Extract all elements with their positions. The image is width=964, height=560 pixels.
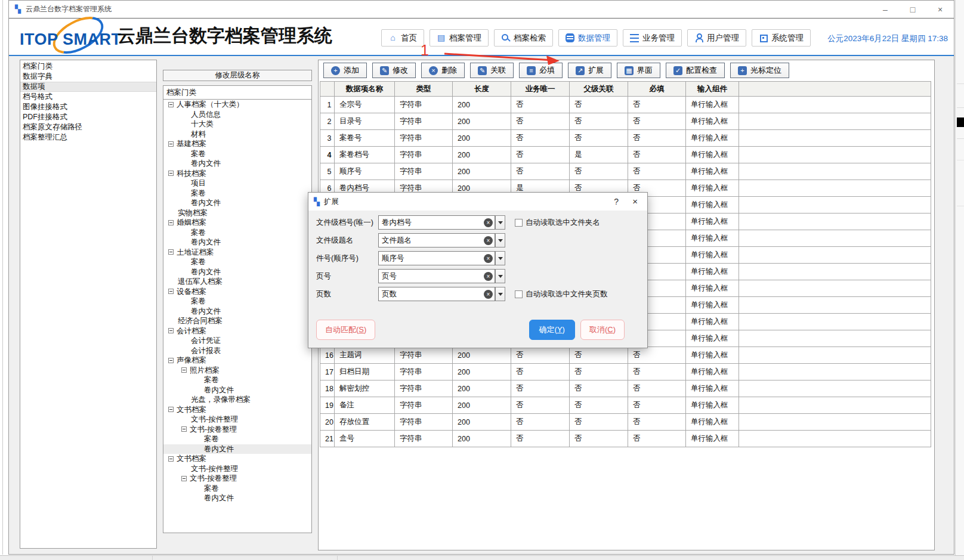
chevron-down-icon[interactable] [495,215,505,230]
field-combo-文件级档号(唯一)[interactable]: 卷内档号× [378,215,495,230]
tree-node-文书-按件整理[interactable]: 文书-按件整理 [163,414,311,425]
tree-node-基建档案[interactable]: 基建档案 [163,139,311,149]
minimize-button[interactable]: – [872,1,899,18]
tree-node-卷内文件[interactable]: 卷内文件 [163,198,311,208]
table-row[interactable]: 18解密划控字符串200否否否单行输入框 [320,380,931,397]
checkbox-option[interactable]: 自动读取选中文件夹名 [515,218,600,228]
tree-node-科技档案[interactable]: 科技档案 [163,169,311,179]
tree-node-案卷[interactable]: 案卷 [163,228,311,238]
tree-node-照片档案[interactable]: 照片档案 [163,366,311,376]
nav-item-档案管理[interactable]: 档案管理 [430,29,489,47]
table-row[interactable]: 4案卷档号字符串200否是否单行输入框 [320,147,931,163]
tree-node-案卷[interactable]: 案卷 [163,188,311,199]
sidebar-item-数据项[interactable]: 数据项 [20,82,156,92]
tree-node-经济合同档案[interactable]: 经济合同档案 [163,316,311,326]
sidebar-item-档案原文存储路径[interactable]: 档案原文存储路径 [20,122,156,132]
dialog-help-button[interactable]: ? [614,197,619,206]
tree-node-文书-按件整理[interactable]: 文书-按件整理 [163,464,311,474]
clear-icon[interactable]: × [484,254,493,263]
tree-expand-icon[interactable] [168,328,174,333]
toolbar-delete-button[interactable]: ×删除 [421,63,465,78]
table-row[interactable]: 21盒号字符串200否否否单行输入框 [320,431,931,447]
clear-icon[interactable]: × [484,236,493,245]
tree-node-卷内文件[interactable]: 卷内文件 [163,237,311,247]
tree-expand-icon[interactable] [181,367,187,373]
cancel-button[interactable]: 取消(C) [580,320,625,340]
tree-node-案卷[interactable]: 案卷 [163,375,311,385]
sidebar-item-档案整理汇总[interactable]: 档案整理汇总 [20,132,156,143]
toolbar-cursor-locate-button[interactable]: +光标定位 [730,63,789,78]
tree-node-案卷[interactable]: 案卷 [163,484,311,494]
tree-expand-icon[interactable] [168,220,174,225]
toolbar-expand-button[interactable]: ↗扩展 [568,63,611,78]
tree-node-案卷[interactable]: 案卷 [163,434,311,444]
tree-node-文书-按卷整理[interactable]: 文书-按卷整理 [163,425,311,435]
tree-expand-icon[interactable] [181,476,187,481]
tree-node-案卷[interactable]: 案卷 [163,149,311,159]
tree-expand-icon[interactable] [168,358,174,363]
nav-item-系统管理[interactable]: 系统管理 [752,29,811,47]
nav-item-业务管理[interactable]: 业务管理 [623,29,682,47]
tree-node-人员信息[interactable]: 人员信息 [163,110,311,120]
tree-expand-icon[interactable] [168,141,174,147]
sidebar-item-档案门类[interactable]: 档案门类 [20,61,156,72]
tree-node-卷内文件[interactable]: 卷内文件 [163,493,311,503]
rename-level-button[interactable]: 修改层级名称 [163,70,312,81]
tree-node-实物档案[interactable]: 实物档案 [163,208,311,218]
nav-item-数据管理[interactable]: 数据管理 [558,29,617,47]
tree-node-文书-按卷整理[interactable]: 文书-按卷整理 [163,474,311,484]
chevron-down-icon[interactable] [495,269,505,283]
tree-node-文书档案[interactable]: 文书档案 [163,454,311,464]
tree-expand-icon[interactable] [168,456,174,462]
tree-expand-icon[interactable] [168,289,174,294]
auto-match-button[interactable]: 自动匹配(S) [316,320,375,340]
tree-node-十大类[interactable]: 十大类 [163,119,311,129]
table-row[interactable]: 19备注字符串200否否否单行输入框 [320,397,931,414]
tree-node-卷内文件[interactable]: 卷内文件 [163,307,311,317]
tree-node-项目[interactable]: 项目 [163,178,311,188]
tree-expand-icon[interactable] [168,249,174,255]
clear-icon[interactable]: × [484,272,493,281]
clear-icon[interactable]: × [484,218,493,227]
table-row[interactable]: 5顺序号字符串200否否否单行输入框 [320,163,931,180]
nav-item-首页[interactable]: 首页 [381,29,424,47]
checkbox[interactable] [515,290,523,298]
tree-node-人事档案（十大类）[interactable]: 人事档案（十大类） [163,100,311,110]
dialog-close-icon[interactable]: × [632,196,638,206]
checkbox[interactable] [515,219,523,227]
table-row[interactable]: 2目录号字符串200否否否单行输入框 [320,113,931,130]
tree-node-案卷[interactable]: 案卷 [163,257,311,267]
table-row[interactable]: 17归档日期字符串200否否否单行输入框 [320,364,931,380]
tree-node-声像档案[interactable]: 声像档案 [163,355,311,366]
tree-node-卷内文件[interactable]: 卷内文件 [163,159,311,169]
toolbar-add-button[interactable]: +添加 [323,63,367,78]
toolbar-required-button[interactable]: ≡必填 [519,63,563,78]
clear-icon[interactable]: × [484,290,493,299]
tree-node-案卷[interactable]: 案卷 [163,296,311,307]
table-row[interactable]: 1全宗号字符串200否否否单行输入框 [320,97,931,113]
checkbox-option[interactable]: 自动读取选中文件夹页数 [515,289,608,299]
tree-node-土地证档案[interactable]: 土地证档案 [163,247,311,258]
tree-node-卷内文件[interactable]: 卷内文件 [163,267,311,277]
tree-node-卷内文件[interactable]: 卷内文件 [163,385,311,395]
tree-node-设备档案[interactable]: 设备档案 [163,287,311,297]
sidebar-item-档号格式[interactable]: 档号格式 [20,92,156,102]
tree-node-材料[interactable]: 材料 [163,129,311,140]
field-combo-文件级题名[interactable]: 文件题名× [378,233,495,247]
sidebar-item-PDF挂接格式[interactable]: PDF挂接格式 [20,112,156,122]
toolbar-ui-button[interactable]: ▦界面 [617,63,660,78]
field-combo-件号(顺序号)[interactable]: 顺序号× [378,251,495,265]
maximize-button[interactable]: □ [899,1,926,18]
table-row[interactable]: 16主题词字符串200否否否单行输入框 [320,347,931,364]
tree-expand-icon[interactable] [168,102,174,107]
nav-item-用户管理[interactable]: 用户管理 [687,29,746,47]
tree-expand-icon[interactable] [168,407,174,412]
tree-node-卷内文件[interactable]: 卷内文件 [163,444,311,454]
table-row[interactable]: 3案卷号字符串200否否否单行输入框 [320,130,931,147]
sidebar-item-图像挂接格式[interactable]: 图像挂接格式 [20,102,156,112]
tree-node-光盘，录像带档案[interactable]: 光盘，录像带档案 [163,395,311,405]
tree-node-退伍军人档案[interactable]: 退伍军人档案 [163,277,311,287]
ok-button[interactable]: 确定(Y) [529,320,575,340]
close-button[interactable]: × [926,1,954,18]
tree-node-文书档案[interactable]: 文书档案 [163,405,311,415]
